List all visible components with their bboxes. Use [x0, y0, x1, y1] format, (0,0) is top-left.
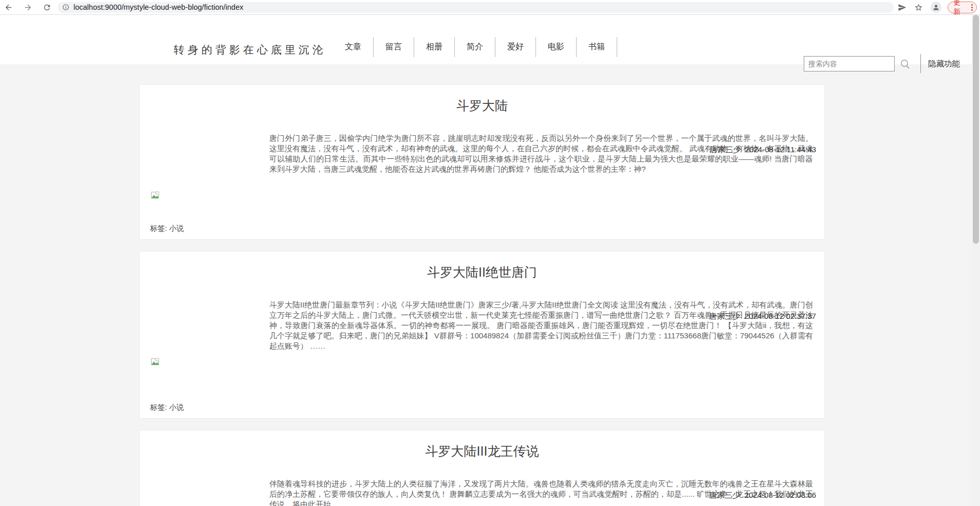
menu-dots-icon[interactable]	[971, 4, 973, 11]
post-card: 斗罗大陆 唐门外门弟子唐三，因偷学内门绝学为唐门所不容，跳崖明志时却发现没有死，…	[139, 84, 825, 240]
nav-item-hobbies[interactable]: 爱好	[495, 42, 535, 52]
post-datetime: 2024-08-12 02:37:37	[745, 312, 816, 320]
post-tags: 标签: 小说	[150, 224, 184, 233]
main-nav: 文章 留言 相册 简介 爱好 电影 书籍	[333, 37, 617, 57]
nav-item-messages[interactable]: 留言	[374, 42, 414, 52]
tag-link-novel[interactable]: 小说	[169, 403, 184, 411]
post-author: 唐家三少	[710, 145, 741, 154]
post-title[interactable]: 斗罗大陆III龙王传说	[140, 443, 824, 460]
url-text: localhost:9000/mystyle-cloud-web-blog/fi…	[73, 3, 243, 11]
update-label: 更新	[953, 0, 967, 16]
post-card: 斗罗大陆II绝世唐门 斗罗大陆II绝世唐门最新章节列：小说《斗罗大陆II绝世唐门…	[139, 251, 825, 419]
tag-label: 标签:	[150, 403, 167, 411]
tag-link-novel[interactable]: 小说	[169, 224, 184, 232]
post-title[interactable]: 斗罗大陆II绝世唐门	[140, 264, 824, 281]
post-meta: 唐家三少 2024-08-12 02:37:37	[709, 312, 816, 321]
bookmark-star-icon[interactable]	[914, 3, 923, 12]
broken-image-icon	[151, 191, 159, 200]
nav-item-about[interactable]: 简介	[455, 42, 495, 52]
post-card: 斗罗大陆III龙王传说 伴随着魂导科技的进步，斗罗大陆上的人类征服了海洋，又发现…	[139, 430, 825, 506]
site-title: 转身的背影在心底里沉沦	[174, 43, 326, 57]
back-icon[interactable]	[4, 3, 13, 12]
reload-icon[interactable]	[42, 3, 51, 12]
chrome-update-button[interactable]: 更新	[948, 2, 977, 13]
nav-item-movies[interactable]: 电影	[536, 42, 576, 52]
toolbar-right: 更新	[898, 2, 980, 13]
tag-label: 标签:	[150, 224, 167, 232]
page-scrollbar-thumb[interactable]	[973, 15, 979, 244]
send-icon[interactable]	[898, 3, 907, 12]
post-tags: 标签: 小说	[150, 403, 184, 412]
forward-icon[interactable]	[23, 3, 32, 12]
post-title[interactable]: 斗罗大陆	[140, 97, 824, 114]
post-summary: 斗罗大陆II绝世唐门最新章节列：小说《斗罗大陆II绝世唐门》唐家三少/著,斗罗大…	[269, 300, 813, 351]
page-scrollbar-track[interactable]	[972, 15, 980, 506]
search-icon[interactable]	[899, 58, 912, 70]
profile-avatar[interactable]	[931, 2, 942, 13]
browser-toolbar: localhost:9000/mystyle-cloud-web-blog/fi…	[0, 0, 980, 15]
post-meta: 唐家三少 2024-08-12 02:03:06	[709, 491, 816, 500]
nav-item-albums[interactable]: 相册	[414, 42, 454, 52]
post-author: 唐家三少	[709, 491, 740, 499]
nav-item-books[interactable]: 书籍	[577, 42, 617, 52]
site-header: 转身的背影在心底里沉沦 文章 留言 相册 简介 爱好 电影 书籍 隐藏功能	[0, 15, 980, 64]
post-datetime: 2024-08-12 11:44:43	[745, 145, 816, 154]
search-input[interactable]	[804, 56, 895, 71]
info-icon[interactable]	[62, 4, 69, 11]
post-author: 唐家三少	[709, 312, 740, 320]
post-datetime: 2024-08-12 02:03:06	[745, 491, 816, 499]
header-divider	[920, 54, 921, 73]
hide-function-button[interactable]: 隐藏功能	[928, 59, 960, 69]
broken-image-icon	[151, 357, 159, 366]
post-meta: 唐家三少 2024-08-12 11:44:43	[710, 145, 816, 155]
nav-separator	[617, 37, 617, 57]
url-bar[interactable]: localhost:9000/mystyle-cloud-web-blog/fi…	[58, 2, 894, 13]
nav-item-articles[interactable]: 文章	[333, 42, 373, 52]
